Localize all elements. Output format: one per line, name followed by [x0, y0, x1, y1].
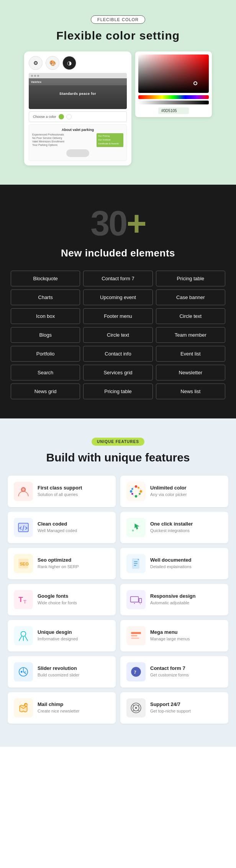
about-title: About valet parking	[32, 128, 123, 132]
feature-card-cf7: 7Contact form 7Get customize forms	[120, 656, 228, 688]
svg-rect-20	[139, 599, 141, 603]
choose-label: Choose a color	[33, 115, 56, 119]
big-number: 30+	[90, 204, 146, 243]
rainbow-bar[interactable]	[138, 95, 209, 99]
feature-icon-color	[126, 482, 146, 501]
element-tag-blockquote[interactable]: Blockquote	[11, 271, 80, 286]
feature-desc-click: Quickest integrations	[150, 528, 193, 534]
feature-card-responsive: Responsive designAutomatic adjustable	[120, 584, 228, 615]
svg-rect-26	[131, 638, 139, 639]
green-swatch[interactable]	[59, 114, 64, 119]
about-item-4: Your Parking Options	[32, 144, 94, 146]
svg-text:M: M	[25, 703, 27, 707]
choose-color-box: Choose a color	[29, 111, 127, 122]
element-tag-contact-form-7[interactable]: Contact form 7	[83, 271, 152, 286]
demo-browser: Valetex Standards peace for	[29, 73, 127, 109]
element-tag-charts[interactable]: Charts	[11, 289, 80, 305]
gradient-cursor	[193, 81, 197, 85]
brand-label: Valetex	[31, 81, 42, 83]
svg-point-5	[135, 495, 137, 498]
feature-text-mega: Mega menuManage large menus	[150, 629, 190, 642]
element-tag-blogs[interactable]: Blogs	[11, 327, 80, 343]
hex-input[interactable]	[158, 107, 189, 114]
element-tag-portfolio[interactable]: Portfolio	[11, 346, 80, 362]
feature-text-support247: Support 24/7Get top-niche support	[150, 701, 191, 714]
feature-card-code: Clean codedWell Managed coded	[8, 512, 116, 543]
elements-section: 30+ New included elements BlockquoteCont…	[0, 185, 236, 418]
feature-title-design: Unique desgin	[38, 629, 78, 635]
svg-point-28	[21, 671, 23, 673]
svg-point-1	[22, 488, 25, 491]
element-tag-circle-text[interactable]: Circle text	[156, 308, 225, 324]
number-display: 30+	[90, 204, 146, 243]
browser-dot-3	[37, 75, 39, 77]
element-tag-news-grid[interactable]: News grid	[11, 384, 80, 399]
svg-point-6	[130, 490, 132, 493]
alpha-bar[interactable]	[138, 101, 209, 104]
element-tag-team-member[interactable]: Team member	[156, 327, 225, 343]
white-swatch[interactable]	[66, 114, 72, 119]
color-gradient[interactable]	[138, 55, 209, 93]
about-item-2: No Poor Service Delivery	[32, 137, 94, 139]
feature-text-doc: Well documentedDetailed explainations	[150, 557, 192, 570]
svg-point-3	[135, 485, 137, 488]
feature-card-design: Unique desginImformative designed	[8, 620, 116, 651]
element-tag-pricing-table[interactable]: Pricing table	[83, 384, 152, 399]
about-certificate: Certificate & Awards	[98, 142, 122, 145]
browser-dot-1	[31, 75, 33, 77]
feature-text-responsive: Responsive designAutomatic adjustable	[150, 593, 195, 606]
feature-icon-code	[14, 518, 33, 537]
element-tag-services-grid[interactable]: Services grid	[83, 365, 152, 380]
feature-icon-click	[126, 518, 146, 537]
filter-icon[interactable]: ⚙	[29, 56, 43, 70]
svg-point-9	[131, 493, 133, 495]
car-placeholder	[32, 149, 123, 157]
element-tag-search[interactable]: Search	[11, 365, 80, 380]
browser-dot-2	[34, 75, 36, 77]
paint-icon[interactable]: 🎨	[46, 56, 59, 70]
browser-content: Valetex Standards peace for	[29, 78, 127, 109]
color-demo-wrapper: ⚙ 🎨 ◑ Valetex Standards peace for	[8, 51, 228, 165]
feature-title-cf7: Contact form 7	[150, 665, 189, 671]
svg-text:7: 7	[134, 670, 136, 675]
svg-point-29	[24, 671, 26, 673]
feature-title-mail: Mail chimp	[38, 701, 79, 707]
element-tag-icon-box[interactable]: Icon box	[11, 308, 80, 324]
element-tag-upcoming-event[interactable]: Upcoming event	[83, 289, 152, 305]
feature-desc-seo: Rank higher on SERP	[38, 564, 79, 570]
contrast-icon[interactable]: ◑	[62, 56, 76, 70]
color-picker-panel[interactable]	[135, 51, 212, 117]
feature-icon-support247	[126, 698, 146, 718]
feature-icon-mail: M	[14, 698, 33, 718]
element-tag-contact-info[interactable]: Contact info	[83, 346, 152, 362]
element-tag-news-list[interactable]: News list	[156, 384, 225, 399]
feature-card-doc: Well documentedDetailed explainations	[120, 548, 228, 579]
feature-title-support: First class support	[38, 485, 82, 491]
feature-title-slider: Slider revolution	[38, 665, 79, 671]
element-tag-case-banner[interactable]: Case banner	[156, 289, 225, 305]
element-tag-footer-menu[interactable]: Footer menu	[83, 308, 152, 324]
feature-icon-seo: SEO	[14, 554, 33, 573]
feature-icon-font: TT	[14, 590, 33, 609]
element-tag-pricing-table[interactable]: Pricing table	[156, 271, 225, 286]
svg-text:SEO: SEO	[20, 562, 29, 566]
feature-title-mega: Mega menu	[150, 629, 190, 635]
feature-title-code: Clean coded	[38, 521, 77, 527]
feature-icon-slider	[14, 662, 33, 681]
number-plus: +	[126, 204, 146, 243]
feature-icon-support	[14, 482, 33, 501]
feature-card-mail: MMail chimpCreate nice newsletter	[8, 692, 116, 724]
element-tag-event-list[interactable]: Event list	[156, 346, 225, 362]
feature-card-seo: SEOSeo optimizedRank higher on SERP	[8, 548, 116, 579]
about-our-pricing: Our Pricing	[98, 135, 122, 137]
feature-desc-responsive: Automatic adjustable	[150, 600, 195, 606]
color-icons-row: ⚙ 🎨 ◑	[29, 56, 127, 70]
feature-card-support247: Support 24/7Get top-niche support	[120, 692, 228, 724]
element-tag-newsletter[interactable]: Newsletter	[156, 365, 225, 380]
feature-card-slider: Slider revolutionBuild cusomized slider	[8, 656, 116, 688]
feature-title-click: One click installer	[150, 521, 193, 527]
feature-title-responsive: Responsive design	[150, 593, 195, 599]
about-left: Experienced Professionals No Poor Servic…	[32, 133, 94, 147]
svg-rect-25	[131, 635, 137, 636]
element-tag-circle-text[interactable]: Circle text	[83, 327, 152, 343]
